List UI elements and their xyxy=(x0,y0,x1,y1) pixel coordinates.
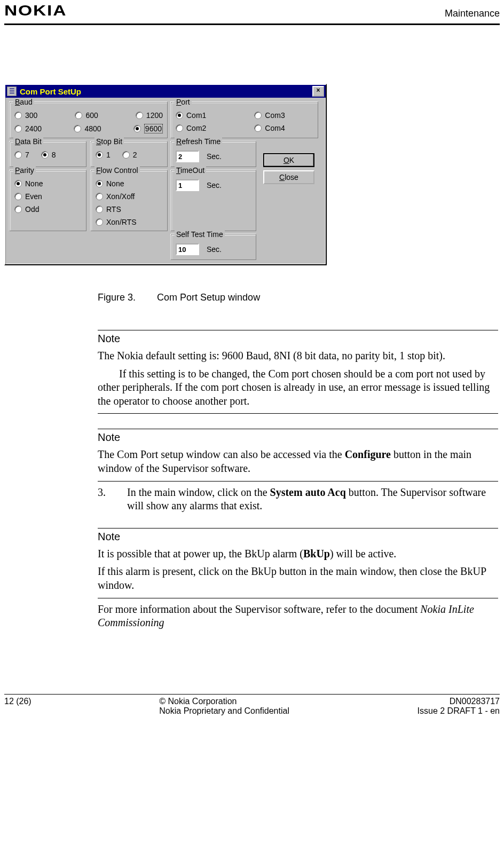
note3-p1: It is possible that at power up, the BkU… xyxy=(98,547,498,561)
brand-logo: NOKIA xyxy=(4,2,67,19)
button-column: OK Close xyxy=(259,141,318,260)
note3-head: Note xyxy=(98,531,498,543)
baud-300-radio[interactable]: 300 xyxy=(14,111,37,120)
timeout-unit: Sec. xyxy=(207,181,222,190)
flow-xonxoff-radio[interactable]: Xon/Xoff xyxy=(96,192,163,201)
com-port-setup-dialog: ☰ Com Port SetUp × Baud 300 600 1200 240… xyxy=(4,84,327,265)
port-com2-radio[interactable]: Com2 xyxy=(176,124,206,132)
note2-head: Note xyxy=(98,431,498,444)
stopbit-group: Stop Bit 1 2 xyxy=(91,141,168,167)
baud-9600-radio[interactable]: 9600 xyxy=(133,124,163,133)
footer-docnum: DN00283717 xyxy=(418,697,500,706)
selftest-group: Self Test Time Sec. xyxy=(171,234,256,260)
note1-top-rule xyxy=(98,330,498,330)
ok-button[interactable]: OK xyxy=(263,153,314,167)
parity-none-radio[interactable]: None xyxy=(14,179,82,188)
parity-even-radio[interactable]: Even xyxy=(14,192,82,201)
header-rule xyxy=(4,23,500,25)
dialog-title: Com Port SetUp xyxy=(20,87,312,96)
note3-bottom-rule xyxy=(98,598,498,598)
flow-none-radio[interactable]: None xyxy=(96,179,163,188)
footer-page: 12 (26) xyxy=(4,697,32,716)
figure-caption: Figure 3. Com Port Setup window xyxy=(98,292,498,303)
close-icon[interactable]: × xyxy=(312,86,324,97)
stopbit-1-radio[interactable]: 1 xyxy=(96,151,111,159)
timeout-input[interactable] xyxy=(176,179,199,191)
note1-p2: If this setting is to be changed, the Co… xyxy=(98,367,498,408)
flow-rts-radio[interactable]: RTS xyxy=(96,205,163,214)
refresh-unit: Sec. xyxy=(207,152,222,161)
selftest-unit: Sec. xyxy=(207,245,222,254)
step-text: In the main window, click on the System … xyxy=(127,486,498,513)
timeout-group: TimeOut Sec. xyxy=(171,170,256,231)
titlebar: ☰ Com Port SetUp × xyxy=(5,85,326,98)
port-com4-radio[interactable]: Com4 xyxy=(254,124,285,132)
note2-bottom-rule xyxy=(98,481,498,482)
footer-rule xyxy=(4,694,500,695)
note1-head: Note xyxy=(98,333,498,345)
baud-group: Baud 300 600 1200 2400 4800 9600 xyxy=(10,102,168,138)
tail-paragraph: For more information about the Superviso… xyxy=(98,603,498,630)
note3-top-rule xyxy=(98,528,498,528)
refresh-time-input[interactable] xyxy=(176,151,199,162)
step-number: 3. xyxy=(98,486,106,513)
databit-group: Data Bit 7 8 xyxy=(10,141,86,167)
databit-8-radio[interactable]: 8 xyxy=(41,151,56,159)
parity-group: Parity None Even Odd xyxy=(10,170,86,231)
step-3: 3. In the main window, click on the Syst… xyxy=(98,486,498,513)
note1-bottom-rule xyxy=(98,413,498,414)
port-com1-radio[interactable]: Com1 xyxy=(176,111,206,120)
system-menu-icon[interactable]: ☰ xyxy=(7,86,17,96)
flow-control-group: Flow Control None Xon/Xoff RTS Xon/RTS xyxy=(91,170,168,231)
parity-odd-radio[interactable]: Odd xyxy=(14,205,82,214)
baud-4800-radio[interactable]: 4800 xyxy=(74,124,101,133)
footer-copyright: © Nokia Corporation xyxy=(159,697,289,706)
stopbit-2-radio[interactable]: 2 xyxy=(122,151,137,159)
baud-600-radio[interactable]: 600 xyxy=(75,111,98,120)
baud-2400-radio[interactable]: 2400 xyxy=(14,124,42,133)
port-com3-radio[interactable]: Com3 xyxy=(254,111,285,120)
flow-xonrts-radio[interactable]: Xon/RTS xyxy=(96,218,163,226)
figure-label: Figure 3. xyxy=(98,292,136,303)
close-button[interactable]: Close xyxy=(263,170,314,184)
footer-confidential: Nokia Proprietary and Confidential xyxy=(159,706,289,716)
footer-issue: Issue 2 DRAFT 1 - en xyxy=(418,706,500,716)
section-title: Maintenance xyxy=(445,8,500,19)
selftest-input[interactable] xyxy=(176,243,199,255)
note2-top-rule xyxy=(98,429,498,429)
page-footer: 12 (26) © Nokia Corporation Nokia Propri… xyxy=(4,697,500,716)
refresh-time-group: Refresh Time Sec. xyxy=(171,141,256,167)
port-group: Port Com1 Com2 Com3 Com4 xyxy=(171,102,318,138)
note2-p1: The Com Port setup window can also be ac… xyxy=(98,448,498,475)
baud-1200-radio[interactable]: 1200 xyxy=(136,111,163,120)
databit-7-radio[interactable]: 7 xyxy=(14,151,29,159)
note3-p2: If this alarm is present, click on the B… xyxy=(98,565,498,592)
note1-p1: The Nokia default setting is: 9600 Baud,… xyxy=(98,349,498,363)
figure-text: Com Port Setup window xyxy=(157,292,260,303)
